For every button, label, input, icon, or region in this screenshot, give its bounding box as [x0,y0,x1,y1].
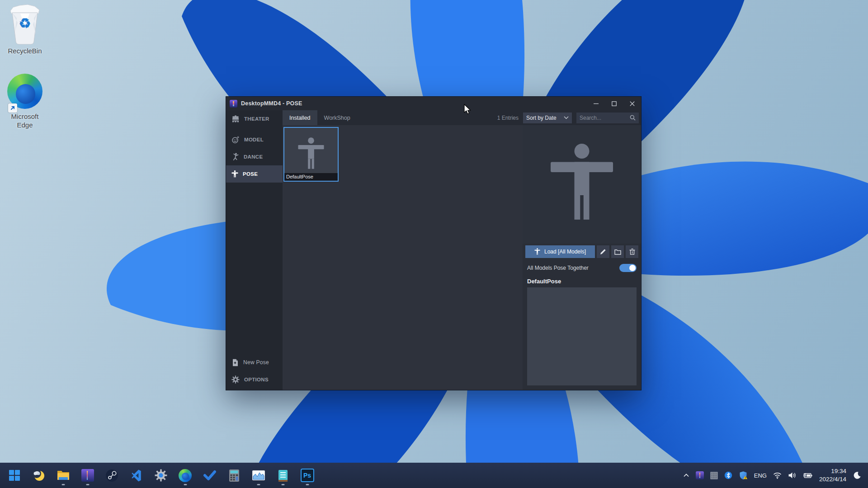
file-explorer-icon [57,469,70,481]
maximize-icon [612,101,617,106]
photoshop-button[interactable]: Ps [298,464,316,487]
sidebar-item-model[interactable]: MODEL [226,131,283,148]
edit-icon [600,249,606,255]
pose-grid: DefaultPose [283,125,523,390]
selected-pose-title: DefaultPose [527,278,637,285]
window-title: DesktopMMD4 - POSE [241,100,302,107]
delete-pose-button[interactable] [626,245,638,258]
sidebar: THEATER MODEL DANCE [226,110,283,390]
grid-icon [710,472,718,479]
tray-volume-button[interactable] [786,466,798,484]
tray-security-button[interactable] [736,466,750,484]
all-models-toggle[interactable] [619,264,637,272]
entries-count: 1 Entries [497,115,519,121]
load-button-label: Load [All Models] [544,249,586,255]
titlebar[interactable]: DesktopMMD4 - POSE [226,97,641,110]
minimize-icon [594,101,599,106]
recycle-bin-label: RecycleBin [8,47,42,56]
pose-tile-defaultpose[interactable]: DefaultPose [283,127,339,182]
sidebar-item-label: MODEL [244,137,264,142]
desktopmmd-tray-icon [696,471,704,479]
desktopmmd-icon [81,469,94,482]
edit-pose-button[interactable] [597,245,609,258]
shortcut-arrow-icon [8,103,17,113]
widgets-weather-button[interactable] [29,464,48,487]
sidebar-item-label: DANCE [244,154,263,160]
windows-start-icon [9,469,20,481]
desktopmmd-taskbar-button[interactable] [78,464,97,487]
steam-icon [105,469,118,482]
pose-preview [523,125,641,244]
chevron-up-icon [683,473,689,478]
tab-workshop[interactable]: WorkShop [317,110,357,125]
sidebar-item-dance[interactable]: DANCE [226,148,283,165]
toggle-knob [629,265,636,271]
todo-check-button[interactable] [200,464,219,487]
notepad-icon [278,469,288,482]
running-indicator [61,484,65,485]
tray-battery-button[interactable] [800,466,815,484]
wifi-icon [773,472,782,479]
theater-icon [231,115,240,123]
shield-icon [739,471,748,480]
file-explorer-button[interactable] [54,464,72,487]
vscode-button[interactable] [127,464,146,487]
pose-detail-box [527,287,637,385]
tray-grid-button[interactable] [708,466,720,484]
app-icon [230,100,237,108]
tray-chevron-button[interactable] [681,466,692,484]
steam-button[interactable] [103,464,121,487]
edge-taskbar-button[interactable] [176,464,194,487]
sidebar-item-label: POSE [243,171,258,177]
options-icon [231,375,240,384]
sidebar-item-label: THEATER [244,116,269,122]
tpose-figure-icon [534,248,540,255]
load-all-models-button[interactable]: Load [All Models] [525,245,595,258]
speaker-icon [788,472,796,479]
tab-installed[interactable]: Installed [283,110,317,125]
running-indicator [184,484,187,485]
close-button[interactable] [623,97,641,110]
performance-monitor-button[interactable] [249,464,268,487]
search-box [576,113,639,123]
start-button[interactable] [5,464,24,487]
tab-label: WorkShop [324,115,350,121]
desktop-icon-edge[interactable]: Microsoft Edge [4,74,46,130]
vscode-icon [130,469,142,482]
edge-icon [179,469,192,482]
edge-label: Microsoft Edge [5,113,45,130]
calculator-button[interactable] [225,464,243,487]
running-indicator [257,484,260,485]
sort-value: Sort by Date [526,115,562,121]
maximize-button[interactable] [605,97,623,110]
tray-focus-assist-button[interactable] [851,466,863,484]
desktopmmd4-window: DesktopMMD4 - POSE THEATER [226,97,641,390]
notepad-button[interactable] [274,464,292,487]
monitor-graph-icon [252,470,265,481]
tray-wifi-button[interactable] [771,466,784,484]
close-icon [630,101,635,106]
tray-bluetooth-button[interactable] [722,466,735,484]
sidebar-item-new-pose[interactable]: New Pose [226,354,283,371]
tray-language-button[interactable]: ENG [752,466,769,484]
battery-icon [802,472,812,479]
sidebar-item-pose[interactable]: POSE [226,165,283,183]
gear-icon [155,469,167,482]
weather-moon-icon [32,469,46,482]
search-input[interactable] [580,115,630,121]
sidebar-item-theater[interactable]: THEATER [226,110,283,127]
check-icon [203,470,216,481]
tile-label: DefaultPose [284,173,338,181]
settings-button[interactable] [151,464,170,487]
sort-dropdown[interactable]: Sort by Date [523,113,572,123]
detail-panel: Load [All Models] [523,125,641,390]
delete-icon [629,249,635,255]
desktop-icon-recycle-bin[interactable]: ♻ RecycleBin [4,5,46,56]
pose-icon [231,170,238,178]
open-folder-button[interactable] [611,245,624,258]
calculator-icon [229,469,240,482]
minimize-button[interactable] [587,97,605,110]
tray-clock[interactable]: 19:34 2022/4/14 [816,467,849,483]
sidebar-item-options[interactable]: OPTIONS [226,371,283,388]
tray-desktopmmd-button[interactable] [693,466,706,484]
